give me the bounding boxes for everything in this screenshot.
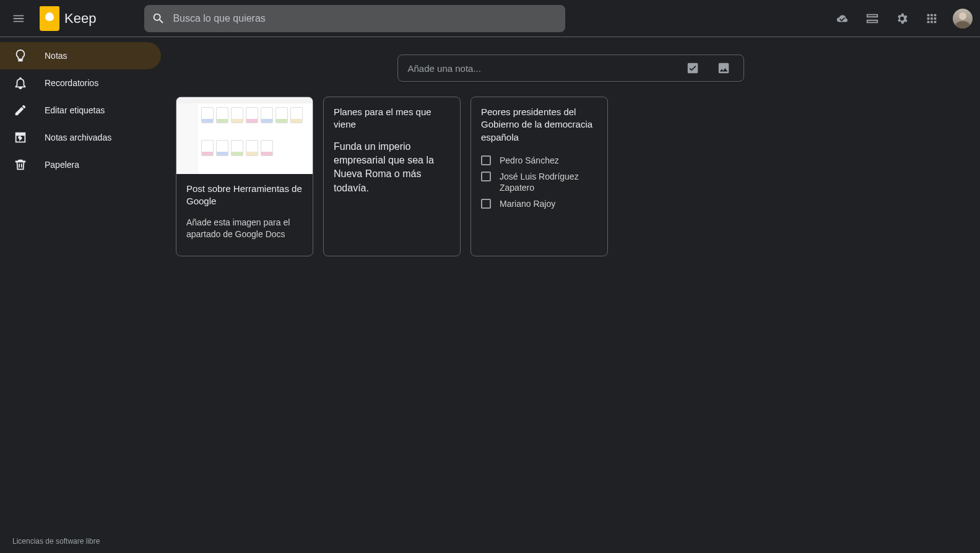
sidebar: Notas Recordatorios Editar etiquetas Not… (0, 37, 161, 553)
app-name: Keep (64, 11, 96, 27)
note-card[interactable]: Post sobre Herramientas de Google Añade … (176, 97, 313, 256)
note-image-thumbnail (176, 97, 313, 174)
menu-icon (12, 12, 25, 25)
checkbox-icon[interactable] (481, 172, 491, 181)
note-title: Peores presidentes del Gobierno de la de… (481, 106, 597, 144)
menu-button[interactable] (5, 5, 32, 32)
new-image-note-button[interactable] (711, 56, 736, 81)
cloud-sync-button[interactable] (829, 5, 856, 32)
new-list-button[interactable] (680, 56, 705, 81)
gear-icon (895, 12, 909, 25)
header: Keep (0, 0, 980, 37)
checklist-item[interactable]: José Luis Rodríguez Zapatero (481, 168, 597, 196)
new-note-placeholder[interactable]: Añade una nota... (408, 63, 674, 74)
checkbox-icon[interactable] (481, 199, 491, 209)
image-icon (717, 61, 731, 75)
sidebar-item-label: Editar etiquetas (45, 105, 105, 115)
list-view-icon (865, 12, 879, 25)
note-card[interactable]: Peores presidentes del Gobierno de la de… (470, 97, 608, 256)
lightbulb-icon (14, 49, 27, 63)
trash-icon (14, 158, 27, 172)
note-body: Funda un imperio empresarial que sea la … (334, 140, 450, 196)
sidebar-item-notes[interactable]: Notas (0, 42, 161, 69)
open-source-licenses-link[interactable]: Licencias de software libre (12, 537, 100, 546)
header-actions (829, 5, 973, 32)
apps-grid-icon (925, 12, 939, 25)
account-avatar[interactable] (953, 9, 973, 28)
archive-icon (14, 131, 27, 144)
list-view-button[interactable] (859, 5, 886, 32)
sidebar-item-reminders[interactable]: Recordatorios (0, 69, 161, 97)
note-title: Planes para el mes que viene (334, 106, 450, 131)
checkbox-icon (686, 61, 700, 75)
checklist-item[interactable]: Mariano Rajoy (481, 196, 597, 212)
note-body: Añade esta imagen para el apartado de Go… (186, 217, 303, 241)
checklist-item[interactable]: Pedro Sánchez (481, 152, 597, 168)
settings-button[interactable] (888, 5, 916, 32)
checkbox-icon[interactable] (481, 155, 491, 165)
sidebar-item-trash[interactable]: Papelera (0, 151, 161, 178)
search-input[interactable] (173, 13, 558, 24)
keep-logo-icon (40, 6, 59, 31)
sidebar-item-edit-labels[interactable]: Editar etiquetas (0, 97, 161, 124)
cloud-done-icon (836, 12, 849, 25)
note-card[interactable]: Planes para el mes que viene Funda un im… (323, 97, 461, 256)
sidebar-item-label: Papelera (45, 160, 79, 170)
main-content: Añade una nota... (161, 37, 980, 553)
checklist-item-label: Mariano Rajoy (500, 198, 555, 209)
sidebar-item-label: Notas archivadas (45, 133, 111, 142)
bell-icon (14, 76, 27, 90)
sidebar-item-archive[interactable]: Notas archivadas (0, 124, 161, 151)
note-title: Post sobre Herramientas de Google (186, 183, 303, 208)
search-icon (152, 12, 165, 25)
brand[interactable]: Keep (40, 6, 96, 31)
notes-grid: Post sobre Herramientas de Google Añade … (171, 97, 970, 256)
search-bar[interactable] (144, 5, 565, 32)
checklist-item-label: José Luis Rodríguez Zapatero (500, 171, 597, 193)
sidebar-item-label: Notas (45, 51, 67, 61)
apps-button[interactable] (918, 5, 945, 32)
note-checklist: Pedro Sánchez José Luis Rodríguez Zapate… (481, 152, 597, 212)
pencil-icon (14, 103, 27, 117)
new-note-bar[interactable]: Añade una nota... (397, 54, 744, 82)
checklist-item-label: Pedro Sánchez (500, 155, 559, 166)
sidebar-item-label: Recordatorios (45, 78, 98, 88)
